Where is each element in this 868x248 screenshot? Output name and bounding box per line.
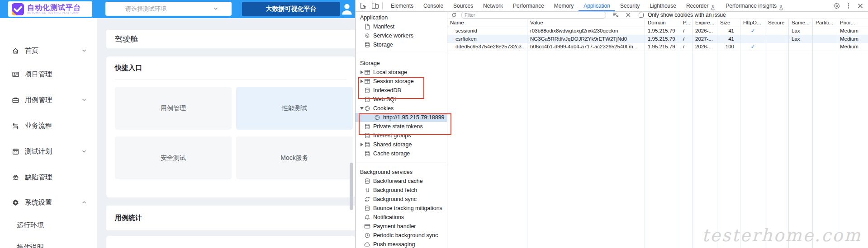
quick-entry-tile[interactable]: 安全测试: [115, 136, 232, 179]
column-header[interactable]: Same...: [789, 19, 813, 27]
cookie-cell: csrftoken: [447, 35, 527, 43]
tree-item[interactable]: Payment handler: [356, 222, 447, 231]
cookie-cell: 41: [717, 35, 740, 43]
tab-label: Recorder: [686, 0, 708, 11]
column-header[interactable]: Expire...: [693, 19, 717, 27]
devtools-tab-recorder[interactable]: Recorder: [681, 0, 721, 11]
expand-arrow-icon[interactable]: [359, 70, 364, 74]
tree-item[interactable]: Service workers: [356, 31, 447, 40]
tab-label: Memory: [554, 0, 574, 11]
tree-item[interactable]: Background fetch: [356, 186, 447, 195]
tree-item[interactable]: Web SQL: [356, 95, 447, 104]
cookie-icon: [374, 114, 380, 121]
cookie-row[interactable]: sessionidr03b88odix8wdwgtoxgl2nxk230qeck…: [447, 27, 868, 35]
cookie-filter-input[interactable]: [461, 12, 606, 19]
tree-item[interactable]: Local storage: [356, 68, 447, 77]
column-header[interactable]: Partiti...: [813, 19, 837, 27]
bigdata-platform-button[interactable]: 大数据可视化平台: [242, 2, 340, 16]
inspect-element-icon[interactable]: [360, 2, 367, 9]
sidebar-item[interactable]: 系统设置: [0, 197, 97, 208]
cookie-row[interactable]: dded5c953754e28e25732c3...b06cc4b1-d999-…: [447, 43, 868, 51]
tree-item[interactable]: IndexedDB: [356, 86, 447, 95]
tree-item[interactable]: Cookies: [356, 104, 447, 113]
stats-card: 用例统计: [106, 206, 355, 230]
tree-item[interactable]: Push messaging: [356, 240, 447, 248]
sidebar-item[interactable]: 缺陷管理: [0, 172, 97, 182]
column-grid-line: [680, 19, 680, 248]
tree-item[interactable]: Manifest: [356, 22, 447, 31]
cookies-table-header: NameValueDomainP...Expire...SizeHttpO...…: [447, 19, 868, 27]
devtools-tab-application[interactable]: Application: [579, 0, 615, 11]
cookies-toolbar: Only show cookies with an issue: [447, 11, 868, 19]
kebab-menu-icon[interactable]: [845, 2, 852, 9]
devtools-tab-console[interactable]: Console: [418, 0, 448, 11]
sidebar-item[interactable]: 用例管理: [0, 94, 97, 105]
sidebar-item[interactable]: 运行环境: [0, 220, 97, 230]
devtools-tab-network[interactable]: Network: [478, 0, 508, 11]
cookie-cell: r03b88odix8wdwgtoxgl2nxk230qeckm: [527, 27, 645, 35]
tree-item[interactable]: Cache storage: [356, 149, 447, 158]
sync-icon: [364, 196, 370, 202]
env-select[interactable]: 请选择测试环境: [105, 2, 232, 16]
db-icon: [364, 141, 370, 148]
column-header[interactable]: Secure: [765, 19, 789, 27]
clear-filter-icon[interactable]: [612, 12, 619, 18]
sidebar-item[interactable]: 测试计划: [0, 146, 97, 157]
tree-section-header: Application: [356, 13, 447, 22]
tree-item[interactable]: Periodic background sync: [356, 231, 447, 240]
tree-item[interactable]: Back/forward cache: [356, 177, 447, 186]
cookie-cell: [765, 27, 789, 35]
column-header[interactable]: Size: [717, 19, 740, 27]
delete-icon[interactable]: [625, 12, 631, 18]
column-header[interactable]: P...: [680, 19, 693, 27]
column-header[interactable]: Prior...: [837, 19, 868, 27]
tree-item[interactable]: Shared storage: [356, 140, 447, 149]
quick-entry-tile[interactable]: Mock服务: [236, 136, 353, 179]
devtools-tab-security[interactable]: Security: [615, 0, 645, 11]
gear-icon[interactable]: [833, 2, 840, 9]
tree-item[interactable]: Session storage: [356, 77, 447, 86]
application-panel-tree: ApplicationManifestService workersStorag…: [356, 11, 447, 248]
devtools-tab-elements[interactable]: Elements: [386, 0, 418, 11]
expand-arrow-icon[interactable]: [359, 80, 364, 83]
column-header[interactable]: Value: [527, 19, 645, 27]
expand-arrow-icon[interactable]: [359, 143, 364, 146]
cookie-cell: Medium: [837, 35, 868, 43]
device-toolbar-icon[interactable]: [371, 2, 379, 9]
logo-title: 自动化测试平台: [27, 4, 81, 12]
quick-entry-tile[interactable]: 性能测试: [236, 87, 353, 130]
cookie-cell: /: [680, 43, 693, 51]
sidebar-item[interactable]: 首页: [0, 45, 97, 56]
column-header[interactable]: Name: [447, 19, 527, 27]
db-icon: [364, 123, 370, 130]
column-header[interactable]: HttpO...: [740, 19, 765, 27]
column-grid-line: [765, 19, 765, 248]
quick-entry-tile[interactable]: 用例管理: [115, 87, 232, 130]
tree-item-label: Background fetch: [373, 187, 417, 193]
user-avatar-icon[interactable]: [340, 2, 354, 16]
devtools-tab-memory[interactable]: Memory: [549, 0, 579, 11]
column-header[interactable]: Domain: [645, 19, 680, 27]
tree-item[interactable]: Private state tokens: [356, 122, 447, 131]
sidebar-item[interactable]: 业务流程: [0, 120, 97, 131]
tree-item[interactable]: http://1.95.215.79:18899: [356, 113, 447, 122]
refresh-icon[interactable]: [451, 12, 457, 18]
devtools-tab-lighthouse[interactable]: Lighthouse: [645, 0, 681, 11]
close-icon[interactable]: [857, 2, 864, 9]
sidebar-item[interactable]: 项目管理: [0, 69, 97, 80]
devtools-tab-performance[interactable]: Performance: [508, 0, 549, 11]
sidebar-item[interactable]: 操作说明: [0, 242, 97, 248]
tree-item[interactable]: Notifications: [356, 213, 447, 222]
tree-item[interactable]: Storage: [356, 40, 447, 49]
tree-item[interactable]: Bounce tracking mitigations: [356, 204, 447, 213]
tree-item[interactable]: Interest groups: [356, 131, 447, 140]
devtools-tab-performance-insights[interactable]: Performance insights: [721, 0, 789, 11]
scrollbar-thumb[interactable]: [350, 163, 353, 210]
collapse-arrow-icon[interactable]: [359, 107, 364, 110]
tree-item[interactable]: Background sync: [356, 195, 447, 204]
issue-only-checkbox[interactable]: [639, 13, 644, 18]
tree-item-label: http://1.95.215.79:18899: [383, 114, 445, 121]
cookie-row[interactable]: csrftokenNG3Ga5RRtIfvJqDOJRZYk9rETW2TjNd…: [447, 35, 868, 43]
tab-label: Network: [483, 0, 503, 11]
devtools-tab-sources[interactable]: Sources: [448, 0, 478, 11]
